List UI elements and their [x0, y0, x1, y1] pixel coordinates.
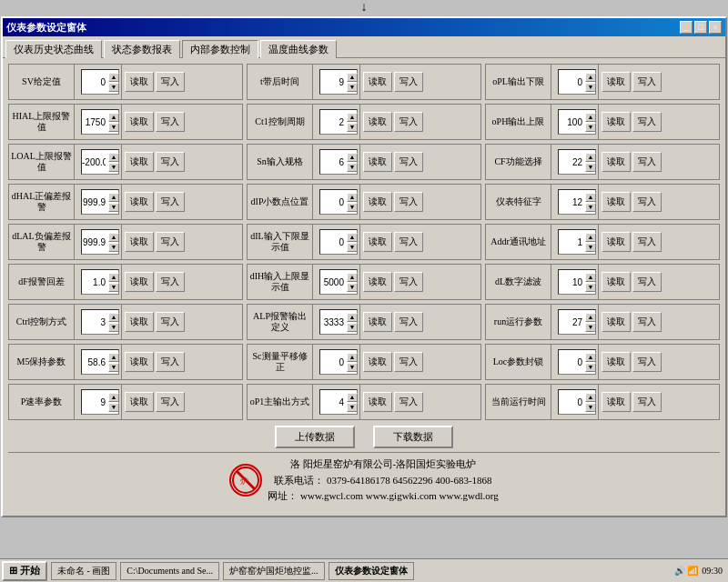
read-button-4-2[interactable]: 读取 [602, 232, 631, 252]
read-button-2-1[interactable]: 读取 [363, 152, 392, 172]
read-button-6-2[interactable]: 读取 [602, 312, 631, 332]
spin-up-6-0[interactable]: ▲ [108, 313, 119, 322]
write-button-1-2[interactable]: 写入 [632, 112, 662, 132]
spin-up-3-1[interactable]: ▲ [347, 193, 358, 202]
write-button-3-1[interactable]: 写入 [394, 192, 423, 212]
close-button[interactable]: × [709, 21, 722, 34]
read-button-3-2[interactable]: 读取 [602, 192, 631, 212]
spin-down-8-1[interactable]: ▼ [347, 403, 358, 412]
spin-up-6-1[interactable]: ▲ [347, 313, 358, 322]
write-button-5-1[interactable]: 写入 [394, 272, 423, 292]
spin-down-6-1[interactable]: ▼ [347, 323, 358, 332]
spin-up-7-2[interactable]: ▲ [585, 353, 596, 362]
spin-down-7-2[interactable]: ▼ [585, 363, 596, 372]
spin-up-0-0[interactable]: ▲ [108, 73, 119, 82]
write-button-4-1[interactable]: 写入 [394, 232, 423, 252]
spin-down-3-0[interactable]: ▼ [108, 203, 119, 212]
taskbar-item-monitor[interactable]: 炉窑窑炉国炬地控监... [223, 562, 325, 580]
tab-temperature[interactable]: 温度曲线参数 [260, 40, 337, 58]
spin-down-4-0[interactable]: ▼ [108, 243, 119, 252]
tab-internal[interactable]: 内部参数控制 [182, 40, 258, 58]
read-button-0-0[interactable]: 读取 [125, 72, 154, 92]
spin-up-4-1[interactable]: ▲ [347, 233, 358, 242]
spin-down-1-0[interactable]: ▼ [108, 123, 119, 132]
spin-up-1-2[interactable]: ▲ [585, 113, 596, 122]
write-button-7-0[interactable]: 写入 [156, 352, 185, 372]
read-button-1-2[interactable]: 读取 [602, 112, 631, 132]
read-button-3-1[interactable]: 读取 [363, 192, 392, 212]
maximize-button[interactable]: □ [694, 21, 707, 34]
read-button-7-0[interactable]: 读取 [125, 352, 154, 372]
spin-up-2-2[interactable]: ▲ [585, 153, 596, 162]
read-button-7-2[interactable]: 读取 [602, 352, 631, 372]
read-button-6-1[interactable]: 读取 [363, 312, 392, 332]
spin-down-8-0[interactable]: ▼ [108, 403, 119, 412]
spin-down-2-1[interactable]: ▼ [347, 163, 358, 172]
read-button-3-0[interactable]: 读取 [125, 192, 154, 212]
taskbar-item-paint[interactable]: 未命名 - 画图 [51, 562, 116, 580]
spin-down-5-1[interactable]: ▼ [347, 283, 358, 292]
spin-down-2-2[interactable]: ▼ [585, 163, 596, 172]
minimize-button[interactable]: _ [680, 21, 693, 34]
spin-down-1-2[interactable]: ▼ [585, 123, 596, 132]
spin-up-5-2[interactable]: ▲ [585, 273, 596, 282]
spin-down-5-2[interactable]: ▼ [585, 283, 596, 292]
write-button-7-2[interactable]: 写入 [632, 352, 662, 372]
spin-down-0-0[interactable]: ▼ [108, 83, 119, 92]
spin-up-8-1[interactable]: ▲ [347, 393, 358, 402]
spin-down-8-2[interactable]: ▼ [585, 403, 596, 412]
spin-up-1-0[interactable]: ▲ [108, 113, 119, 122]
upload-button[interactable]: 上传数据 [275, 426, 355, 448]
taskbar-item-docs[interactable]: C:\Documents and Se... [120, 562, 219, 580]
write-button-1-0[interactable]: 写入 [156, 112, 185, 132]
write-button-0-2[interactable]: 写入 [632, 72, 662, 92]
read-button-0-2[interactable]: 读取 [602, 72, 631, 92]
spin-down-6-2[interactable]: ▼ [585, 323, 596, 332]
write-button-7-1[interactable]: 写入 [394, 352, 423, 372]
write-button-2-2[interactable]: 写入 [632, 152, 662, 172]
write-button-6-1[interactable]: 写入 [394, 312, 423, 332]
spin-down-6-0[interactable]: ▼ [108, 323, 119, 332]
spin-up-7-0[interactable]: ▲ [108, 353, 119, 362]
spin-down-3-2[interactable]: ▼ [585, 203, 596, 212]
write-button-5-0[interactable]: 写入 [156, 272, 185, 292]
download-button[interactable]: 下载数据 [373, 426, 453, 448]
write-button-6-2[interactable]: 写入 [632, 312, 662, 332]
spin-down-1-1[interactable]: ▼ [347, 123, 358, 132]
spin-down-0-1[interactable]: ▼ [347, 83, 358, 92]
spin-up-5-0[interactable]: ▲ [108, 273, 119, 282]
taskbar-item-params[interactable]: 仪表参数设定窗体 [329, 562, 414, 580]
read-button-4-0[interactable]: 读取 [125, 232, 154, 252]
spin-up-0-1[interactable]: ▲ [347, 73, 358, 82]
read-button-8-1[interactable]: 读取 [363, 392, 392, 412]
spin-down-7-0[interactable]: ▼ [108, 363, 119, 372]
spin-up-4-0[interactable]: ▲ [108, 233, 119, 242]
read-button-8-2[interactable]: 读取 [602, 392, 631, 412]
read-button-8-0[interactable]: 读取 [125, 392, 154, 412]
spin-up-8-2[interactable]: ▲ [585, 393, 596, 402]
spin-down-5-0[interactable]: ▼ [108, 283, 119, 292]
spin-up-3-0[interactable]: ▲ [108, 193, 119, 202]
spin-up-2-0[interactable]: ▲ [108, 153, 119, 162]
write-button-5-2[interactable]: 写入 [632, 272, 662, 292]
write-button-1-1[interactable]: 写入 [394, 112, 423, 132]
write-button-8-1[interactable]: 写入 [394, 392, 423, 412]
write-button-0-1[interactable]: 写入 [394, 72, 423, 92]
write-button-4-2[interactable]: 写入 [632, 232, 662, 252]
read-button-5-2[interactable]: 读取 [602, 272, 631, 292]
write-button-8-2[interactable]: 写入 [632, 392, 662, 412]
read-button-1-1[interactable]: 读取 [363, 112, 392, 132]
spin-up-0-2[interactable]: ▲ [585, 73, 596, 82]
spin-down-4-1[interactable]: ▼ [347, 243, 358, 252]
read-button-0-1[interactable]: 读取 [363, 72, 392, 92]
write-button-2-0[interactable]: 写入 [156, 152, 185, 172]
write-button-8-0[interactable]: 写入 [156, 392, 185, 412]
read-button-7-1[interactable]: 读取 [363, 352, 392, 372]
spin-up-5-1[interactable]: ▲ [347, 273, 358, 282]
tab-history[interactable]: 仪表历史状态曲线 [5, 40, 102, 58]
spin-down-4-2[interactable]: ▼ [585, 243, 596, 252]
write-button-6-0[interactable]: 写入 [156, 312, 185, 332]
read-button-5-0[interactable]: 读取 [125, 272, 154, 292]
start-button[interactable]: ⊞ 开始 [2, 561, 47, 581]
spin-up-4-2[interactable]: ▲ [585, 233, 596, 242]
